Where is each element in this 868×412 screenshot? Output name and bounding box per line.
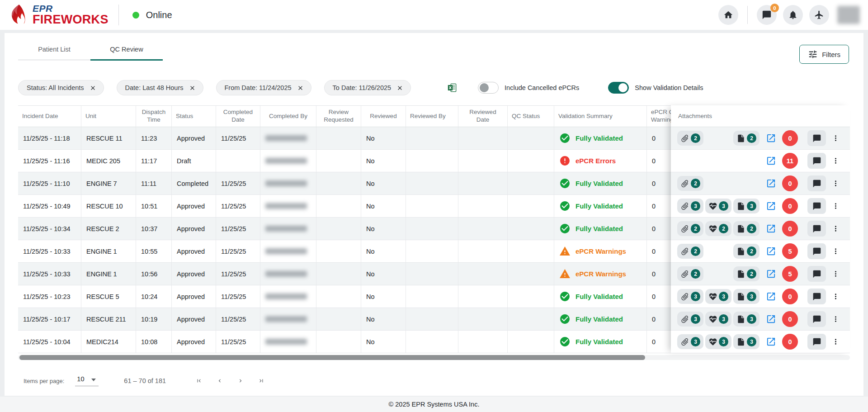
attachment-chip-paperclip[interactable]: 2 [677,266,703,281]
comments-button[interactable] [807,130,826,146]
row-menu-button[interactable] [831,134,840,142]
attachment-chip-ekg[interactable]: 3 [705,312,731,327]
row-menu-button[interactable] [831,202,840,210]
open-in-new-button[interactable] [766,246,776,256]
attachment-chip-ekg[interactable]: 3 [705,199,731,213]
comments-button[interactable] [807,311,826,327]
filter-chip[interactable]: Date: Last 48 Hours [117,80,203,95]
cell-review-requested [316,195,361,217]
cell-completed-date: 11/25/25 [216,308,260,330]
toggle-show-validation-details[interactable]: Show Validation Details [608,82,703,94]
tab-qc-review[interactable]: QC Review [90,35,163,61]
filter-chip[interactable]: Status: All Incidents [18,80,104,95]
row-menu-button[interactable] [831,179,840,188]
error-icon [559,155,571,166]
toggle-switch[interactable] [608,82,629,94]
next-page-button[interactable] [236,376,245,386]
comments-button[interactable] [807,221,826,237]
tab-patient-list[interactable]: Patient List [18,35,90,60]
open-in-new-button[interactable] [766,201,776,211]
attachment-count-badge: 2 [691,246,700,256]
attachment-chip-document[interactable]: 3 [733,312,760,327]
column-header-incident-date: Incident Date [18,106,81,127]
attachment-chip-document[interactable]: 2 [733,266,760,281]
comments-button[interactable] [807,289,826,304]
open-in-new-button[interactable] [766,269,776,279]
cell-validation: Fully Validated [554,308,647,330]
attachment-chip-paperclip[interactable]: 3 [677,289,703,304]
open-in-new-button[interactable] [766,336,776,347]
attachment-chip-document[interactable]: 2 [733,221,760,236]
filter-chip[interactable]: To Date: 11/26/2025 [324,80,411,95]
last-page-button[interactable] [256,376,266,386]
filters-button[interactable]: Filters [799,45,849,64]
row-menu-button[interactable] [831,315,840,323]
open-in-new-button[interactable] [766,133,776,143]
attachment-chip-document[interactable]: 2 [733,244,760,259]
items-per-page-select[interactable]: 10 [75,375,99,386]
cell-completed-by [260,127,316,149]
filter-chip-label: Status: All Incidents [27,84,84,91]
comments-button[interactable] [807,175,826,191]
footer: © 2025 EPR Systems USA Inc. [0,397,868,412]
open-in-new-button[interactable] [766,223,776,234]
redacted-name [265,294,307,299]
attachment-chip-paperclip[interactable]: 2 [677,221,703,236]
toggle-include-cancelled-epcrs[interactable]: Include Cancelled ePCRs [478,82,579,94]
comments-button[interactable] [807,153,826,169]
attachment-chip-paperclip[interactable]: 3 [677,334,703,349]
attachment-chip-document[interactable]: 2 [733,131,760,146]
flight-mode-button[interactable] [809,5,829,25]
row-menu-button[interactable] [831,224,840,233]
messages-button[interactable]: 0 [757,5,777,25]
close-icon[interactable] [90,85,96,91]
comments-button[interactable] [807,243,826,259]
home-button[interactable] [718,5,738,25]
open-in-new-button[interactable] [766,314,776,324]
comments-button[interactable] [807,334,826,350]
first-page-button[interactable] [194,376,204,386]
export-excel-button[interactable] [447,83,457,93]
horizontal-scrollbar[interactable] [18,355,850,360]
close-icon[interactable] [297,85,304,91]
redacted-name [265,226,307,232]
attachment-chip-document[interactable]: 3 [733,334,760,349]
notifications-button[interactable] [783,5,803,25]
row-menu-button[interactable] [831,337,840,346]
close-icon[interactable] [396,85,403,91]
attachment-count-badge: 3 [747,201,756,211]
attachment-chip-paperclip[interactable]: 3 [677,312,703,327]
cell-status: Approved [172,218,216,240]
attachment-chip-paperclip[interactable]: 3 [677,199,703,213]
attachment-chip-document[interactable]: 3 [733,289,760,304]
cell-reviewed-date [458,331,508,353]
open-in-new-button[interactable] [766,178,776,189]
close-icon[interactable] [189,85,196,91]
row-menu-button[interactable] [831,270,840,278]
row-menu-button[interactable] [831,156,840,165]
home-icon [723,10,733,20]
cell-qc-status [508,172,554,194]
filter-chip[interactable]: From Date: 11/24/2025 [216,80,311,95]
attachment-chip-document[interactable]: 3 [733,199,760,213]
cell-completed-by [260,195,316,217]
toggle-switch[interactable] [478,82,499,94]
open-in-new-button[interactable] [766,291,776,302]
open-in-new-button[interactable] [766,156,776,166]
previous-page-button[interactable] [215,376,225,386]
attachment-chip-paperclip[interactable]: 2 [677,244,703,259]
cell-reviewed: No [361,285,406,308]
cell-completed-date: 11/25/25 [216,285,260,308]
row-menu-button[interactable] [831,292,840,301]
user-avatar[interactable] [837,6,860,24]
attachment-chip-ekg[interactable]: 2 [705,221,731,236]
comments-button[interactable] [807,198,826,214]
attachment-chip-paperclip[interactable]: 2 [677,176,703,191]
cell-reviewed-by [406,285,458,308]
comments-button[interactable] [807,266,826,282]
attachment-chip-ekg[interactable]: 3 [705,289,731,304]
scrollbar-thumb[interactable] [19,355,645,360]
row-menu-button[interactable] [831,247,840,256]
attachment-chip-ekg[interactable]: 3 [705,334,731,349]
attachment-chip-paperclip[interactable]: 2 [677,131,703,146]
